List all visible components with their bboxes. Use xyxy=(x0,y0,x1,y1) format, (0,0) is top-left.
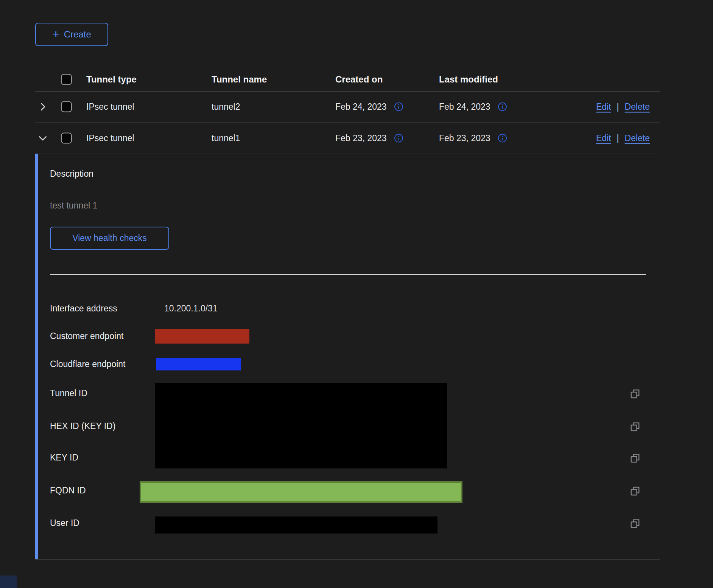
created-on-cell: Feb 23, 2023 xyxy=(335,133,404,143)
info-icon[interactable] xyxy=(394,101,404,112)
last-modified-cell: Feb 23, 2023 xyxy=(439,133,508,143)
user-id-redaction xyxy=(155,516,437,534)
customer-endpoint-label: Customer endpoint xyxy=(50,331,123,341)
row-actions: Edit | Delete xyxy=(596,133,650,143)
delete-link[interactable]: Delete xyxy=(625,101,650,112)
ids-redaction-block xyxy=(155,383,447,468)
section-divider xyxy=(50,274,646,275)
last-modified-date: Feb 24, 2023 xyxy=(439,101,490,112)
description-label: Description xyxy=(50,169,93,179)
column-header-tunnel-name: Tunnel name xyxy=(212,74,267,85)
row-checkbox[interactable] xyxy=(61,132,72,143)
tunnels-page: { "create": { "label": "Create" }, "tabl… xyxy=(0,0,713,588)
table-row: IPsec tunnel tunnel1 Feb 23, 2023 Feb 23… xyxy=(35,122,660,154)
table-header-row: Tunnel type Tunnel name Created on Last … xyxy=(35,68,660,92)
plus-icon: + xyxy=(52,28,59,40)
expanded-panel-accent-border xyxy=(35,154,38,559)
collapse-row-button[interactable] xyxy=(36,131,50,145)
column-header-tunnel-type: Tunnel type xyxy=(86,74,137,85)
tunnel-name-cell: tunnel2 xyxy=(212,101,240,112)
tunnel-type-cell: IPsec tunnel xyxy=(86,133,134,143)
action-separator: | xyxy=(617,101,619,112)
copy-fqdn-id-button[interactable] xyxy=(629,485,641,497)
action-separator: | xyxy=(617,133,619,143)
copy-hex-id-button[interactable] xyxy=(629,421,641,433)
row-actions: Edit | Delete xyxy=(596,101,650,112)
copy-icon xyxy=(629,452,641,464)
copy-icon xyxy=(629,421,641,433)
panel-bottom-divider xyxy=(35,559,660,560)
created-on-date: Feb 23, 2023 xyxy=(335,133,387,143)
copy-tunnel-id-button[interactable] xyxy=(629,388,641,400)
create-button-label: Create xyxy=(64,29,91,40)
delete-link[interactable]: Delete xyxy=(625,133,650,143)
create-button[interactable]: + Create xyxy=(35,23,108,46)
last-modified-cell: Feb 24, 2023 xyxy=(439,101,508,112)
select-all-checkbox[interactable] xyxy=(61,74,72,85)
tunnel-name-cell: tunnel1 xyxy=(212,133,240,143)
info-icon[interactable] xyxy=(497,101,508,112)
created-on-date: Feb 24, 2023 xyxy=(335,101,387,112)
copy-user-id-button[interactable] xyxy=(629,518,641,530)
column-header-last-modified: Last modified xyxy=(439,74,498,85)
corner-accent-swatch xyxy=(0,576,17,588)
tunnel-type-cell: IPsec tunnel xyxy=(86,101,134,112)
cloudflare-endpoint-label: Cloudflare endpoint xyxy=(50,359,125,369)
user-id-label: User ID xyxy=(50,518,79,528)
row-checkbox[interactable] xyxy=(61,101,72,112)
view-health-checks-button[interactable]: View health checks xyxy=(50,227,169,250)
cloudflare-endpoint-redaction xyxy=(156,358,241,370)
copy-icon xyxy=(629,388,641,400)
column-header-created-on: Created on xyxy=(335,74,383,85)
info-icon[interactable] xyxy=(394,133,404,143)
fqdn-id-label: FQDN ID xyxy=(50,485,86,496)
copy-icon xyxy=(629,485,641,497)
copy-icon xyxy=(629,518,641,530)
created-on-cell: Feb 24, 2023 xyxy=(335,101,404,112)
tunnel-id-label: Tunnel ID xyxy=(50,388,87,398)
info-icon[interactable] xyxy=(497,133,508,143)
copy-key-id-button[interactable] xyxy=(629,452,641,464)
customer-endpoint-redaction xyxy=(155,329,249,344)
chevron-right-icon xyxy=(37,101,48,112)
key-id-label: KEY ID xyxy=(50,453,78,463)
expand-row-button[interactable] xyxy=(36,100,50,114)
description-value: test tunnel 1 xyxy=(50,201,97,211)
chevron-down-icon xyxy=(37,132,48,144)
fqdn-id-redaction xyxy=(140,481,462,503)
edit-link[interactable]: Edit xyxy=(596,101,611,112)
table-row: IPsec tunnel tunnel2 Feb 24, 2023 Feb 24… xyxy=(35,91,660,123)
hex-id-label: HEX ID (KEY ID) xyxy=(50,421,115,431)
interface-address-label: Interface address xyxy=(50,303,117,314)
last-modified-date: Feb 23, 2023 xyxy=(439,133,490,143)
edit-link[interactable]: Edit xyxy=(596,133,611,143)
interface-address-value: 10.200.1.0/31 xyxy=(164,303,218,314)
